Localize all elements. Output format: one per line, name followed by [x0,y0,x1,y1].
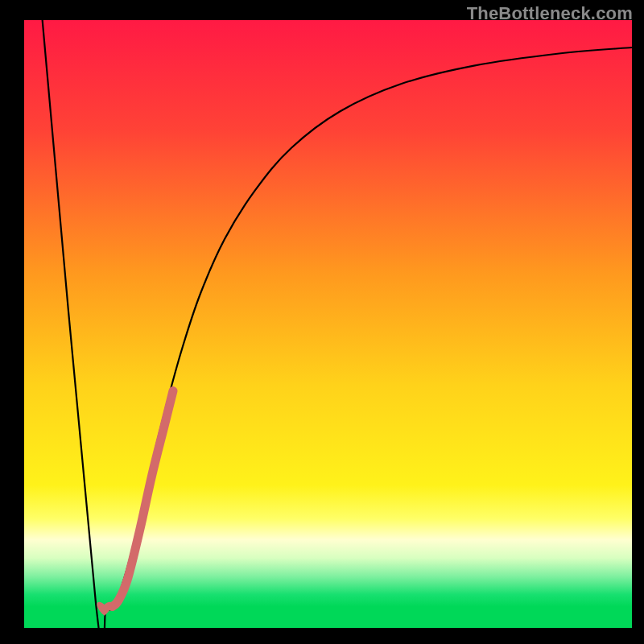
plot-area [24,20,632,628]
bottleneck-curve [43,20,632,628]
highlight-dot [97,602,111,616]
curve-layer [24,20,632,628]
highlight-segment [112,391,173,607]
watermark-text: TheBottleneck.com [467,3,633,24]
chart-frame: TheBottleneck.com [0,0,644,644]
